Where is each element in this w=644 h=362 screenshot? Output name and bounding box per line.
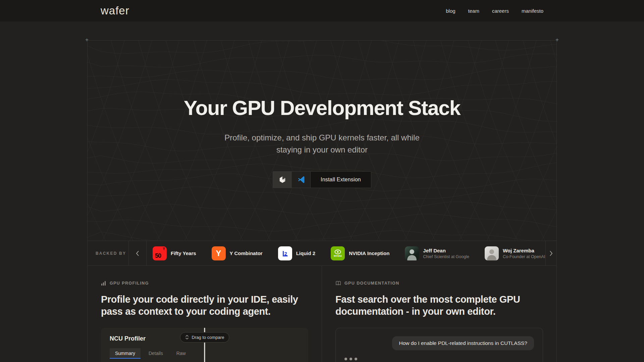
- corner-plus-right: +: [555, 37, 559, 43]
- svg-text:2: 2: [284, 251, 287, 256]
- ncu-profiler-panel: Drag to compare NCU Profiler Summary Det…: [101, 328, 308, 362]
- backer-name: Fifty Years: [171, 250, 196, 256]
- corner-plus-left: +: [85, 37, 89, 43]
- nav-links: blog team careers manifesto: [446, 8, 543, 14]
- backer-name: NVIDIA Inception: [349, 250, 389, 256]
- carousel-next-button[interactable]: [545, 241, 556, 265]
- hero-subtitle: Profile, optimize, and ship GPU kernels …: [211, 132, 433, 156]
- nav-link-manifesto[interactable]: manifesto: [522, 8, 543, 14]
- backed-by-carousel: 50 Y Fifty Years Y Y Combinator 2: [147, 241, 545, 265]
- vscode-editor-toggle[interactable]: [292, 172, 311, 188]
- gpu-profiling-card: GPU PROFILING Profile your code directly…: [88, 266, 322, 362]
- typing-indicator: [344, 358, 534, 360]
- gpu-documentation-eyebrow: GPU DOCUMENTATION: [335, 281, 543, 286]
- typing-dot: [344, 358, 347, 360]
- liquid-2-logo-icon: 2: [278, 246, 292, 260]
- tab-raw[interactable]: Raw: [171, 348, 191, 359]
- cursor-editor-toggle[interactable]: [273, 172, 292, 188]
- chevron-left-icon: [136, 250, 139, 256]
- gpu-profiling-eyebrow: GPU PROFILING: [101, 281, 308, 286]
- backer-woj-zaremba: Woj Zaremba Co-Founder at OpenAI: [485, 246, 545, 260]
- backer-liquid-2: 2 Liquid 2: [278, 246, 316, 260]
- tab-summary[interactable]: Summary: [110, 348, 141, 359]
- nav-link-blog[interactable]: blog: [446, 8, 455, 14]
- typing-dot: [350, 358, 352, 360]
- jeff-dean-avatar: [405, 246, 419, 260]
- backer-jeff-dean: Jeff Dean Chief Scientist at Google: [405, 246, 469, 260]
- carousel-prev-button[interactable]: [129, 241, 147, 265]
- gpu-documentation-card: GPU DOCUMENTATION Fast search over the m…: [322, 266, 556, 362]
- backer-name: Liquid 2: [296, 250, 316, 256]
- backed-by-label: BACKED BY: [88, 241, 129, 265]
- backer-name: Jeff Dean: [423, 248, 469, 253]
- content-column: + + Your GPU Development Stack Profile, …: [87, 40, 557, 362]
- docs-chat-panel: How do I enable PDL-related instructions…: [335, 328, 543, 362]
- y-combinator-logo-icon: Y: [212, 246, 226, 260]
- nvidia-logo-icon: NVIDIA: [331, 246, 345, 260]
- vscode-icon: [297, 176, 305, 184]
- feature-cards: GPU PROFILING Profile your code directly…: [88, 266, 556, 362]
- nav-link-team[interactable]: team: [468, 8, 479, 14]
- gpu-documentation-heading: Fast search over the most complete GPU d…: [335, 293, 543, 318]
- backed-by-strip: BACKED BY 50 Y Fifty Years Y Y Combinato…: [88, 241, 556, 266]
- install-row: Install Extension: [88, 171, 556, 188]
- nav-inner: wafer blog team careers manifesto: [87, 4, 557, 17]
- user-message-bubble: How do I enable PDL-related instructions…: [392, 336, 534, 350]
- top-nav: wafer blog team careers manifesto: [0, 0, 644, 21]
- hero-section: Your GPU Development Stack Profile, opti…: [88, 40, 556, 241]
- backer-y-combinator: Y Y Combinator: [212, 246, 263, 260]
- install-extension-button[interactable]: Install Extension: [273, 171, 371, 188]
- backer-fifty-years: 50 Y Fifty Years: [153, 246, 196, 260]
- cursor-icon: [278, 176, 286, 184]
- hero-content: Your GPU Development Stack Profile, opti…: [88, 41, 556, 188]
- backer-role: Chief Scientist at Google: [423, 254, 469, 259]
- chevron-right-icon: [549, 250, 553, 256]
- backer-nvidia-inception: NVIDIA NVIDIA Inception: [331, 246, 389, 260]
- typing-dot: [355, 358, 357, 360]
- backer-role: Co-Founder at OpenAI: [503, 254, 545, 259]
- woj-zaremba-avatar: [485, 246, 499, 260]
- drag-vertical-icon: [185, 335, 189, 340]
- open-book-icon: [335, 281, 341, 286]
- gpu-profiling-heading: Profile your code directly in your IDE, …: [101, 293, 308, 318]
- nav-link-careers[interactable]: careers: [492, 8, 509, 14]
- fifty-years-logo-icon: 50 Y: [153, 246, 167, 260]
- wafer-logo[interactable]: wafer: [101, 4, 129, 17]
- tab-details[interactable]: Details: [143, 348, 168, 359]
- bar-chart-icon: [101, 281, 106, 286]
- drag-to-compare-pill[interactable]: Drag to compare: [180, 332, 229, 343]
- backer-name: Woj Zaremba: [503, 248, 545, 253]
- backer-name: Y Combinator: [230, 250, 263, 256]
- install-extension-label[interactable]: Install Extension: [311, 172, 371, 188]
- hero-title: Your GPU Development Stack: [88, 41, 556, 120]
